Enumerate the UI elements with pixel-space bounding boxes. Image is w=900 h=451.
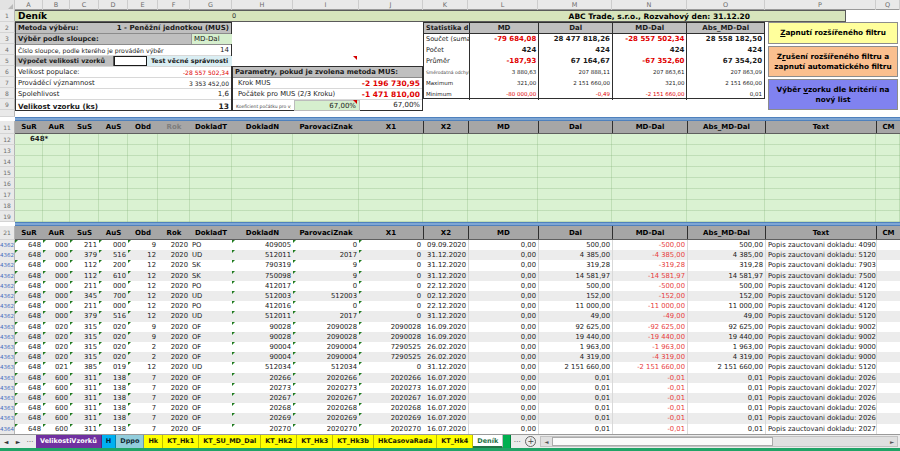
cell-Rok[interactable]: 2020 [158,332,190,342]
cell-DokladN[interactable]: 20270 [232,424,293,434]
cell-MDDal[interactable]: -2 151 660,00 [612,362,687,372]
cell-MDDal[interactable]: -4 385,00 [612,250,687,260]
cell-CM[interactable] [876,291,900,301]
cell-MDDal[interactable]: -49,00 [612,311,687,321]
cell-SuR[interactable]: 648 [15,383,43,393]
cell-Obd[interactable]: 12 [128,291,158,301]
metoda-row[interactable]: Metoda výběru: 1 - Peněžní jednotkou (MU… [16,23,231,34]
cancel-advanced-filter-button[interactable]: Zrušení rozšířeného filtru a zapnutí aut… [768,46,898,77]
cell-CM[interactable] [876,373,900,383]
scroll-tabs-left-icon[interactable]: ◄ [0,435,12,448]
cell-X1[interactable]: 0 [359,240,423,250]
row-number-43625[interactable]: 43625 [0,271,15,281]
col-header-MD-Dal[interactable]: MD-Dal [612,121,687,133]
cell-Rok[interactable]: 2020 [158,362,190,372]
cell-X1[interactable]: 2020270 [359,424,423,434]
cell-MD[interactable]: 0,00 [468,332,538,342]
row-number-16[interactable]: 16 [0,178,15,189]
row-number-12[interactable]: 12 [0,134,15,145]
cell-Rok[interactable]: 2020 [158,403,190,413]
cell-SuR[interactable]: 648 [15,373,43,383]
cell-X2[interactable]: 16.09.2020 [423,332,468,342]
cell-DokladT[interactable]: OF [190,424,232,434]
cell-DokladN[interactable]: 20273 [232,383,293,393]
cell-Obd[interactable]: 7 [128,383,158,393]
cell-SuS[interactable]: 311 [70,373,99,383]
cell-Dal[interactable]: 4 385,00 [538,250,612,260]
cell-Obd[interactable]: 12 [128,311,158,321]
cell-X2[interactable]: 26.02.2020 [423,342,468,352]
column-header-D[interactable]: D [99,0,128,10]
cell-CM[interactable] [876,240,900,250]
cell-Text[interactable]: Popis zauctovani dokladu: 20273 [765,383,876,393]
cell-X1[interactable]: 2090028 [359,322,423,332]
cislo-row[interactable]: Číslo sloupce, podle kterého je prováděn… [16,45,231,56]
cell-X1[interactable]: 0 [359,301,423,311]
cell-Abs[interactable]: 0,01 [687,403,765,413]
cell-Rok[interactable]: 2020 [158,250,190,260]
cell-SuS[interactable]: 112 [70,260,99,270]
col-header-DokladN[interactable]: DokladN [232,226,293,239]
cell-MDDal[interactable]: -1 963,00 [612,342,687,352]
test-spravnosti-cell[interactable]: Test věcné správnosti [147,56,232,66]
cell-Text[interactable]: Popis zauctovani dokladu: 512003 [765,291,876,301]
sheet-tab-Dppo[interactable]: Dppo [116,435,144,448]
col-header-AuS[interactable]: AuS [99,121,128,133]
scrollbar-right-icon[interactable]: ► [887,437,897,446]
sheet-tab-KT_Hk3b[interactable]: KT_Hk3b [333,435,374,448]
cell-AuS[interactable]: 019 [99,362,128,372]
row-number-6[interactable]: 6 [0,66,15,77]
cell-MD[interactable]: 0,00 [468,413,538,423]
stats-value[interactable]: 207 863,09 [686,67,764,78]
cell-MD[interactable]: 0,00 [468,322,538,332]
cell-Text[interactable]: Popis zauctovani dokladu: 412016 [765,301,876,311]
row-number-21[interactable]: 21 [0,226,15,240]
cell-SuS[interactable]: 345 [70,291,99,301]
cell-MD[interactable]: 0,00 [468,342,538,352]
h1-cell-value[interactable]: 0 [232,11,236,22]
cell-Rok[interactable]: 2020 [158,291,190,301]
stats-value[interactable]: 28 477 818,26 [538,34,612,45]
column-header-C[interactable]: C [70,0,99,10]
cell-X1[interactable]: 2020269 [359,413,423,423]
cell-Abs[interactable]: 49,00 [687,311,765,321]
cell-MD[interactable]: 0,00 [468,373,538,383]
cell-SuS[interactable]: 385 [70,362,99,372]
col-header-Obd[interactable]: Obd [128,121,158,133]
col-header-ParovaciZnak[interactable]: ParovaciZnak [293,121,359,133]
cell-Text[interactable]: Popis zauctovani dokladu: 412017 [765,281,876,291]
cell-DokladT[interactable]: PO [190,240,232,250]
cell-AuS[interactable]: 138 [99,393,128,403]
cell-MDDal[interactable]: -14 581,97 [612,271,687,281]
cell-X1[interactable]: 2020268 [359,403,423,413]
cell-DokladN[interactable]: 512011 [232,250,293,260]
cell-Text[interactable]: Popis zauctovani dokladu: 512011 [765,250,876,260]
cell-DokladT[interactable]: OF [190,413,232,423]
cell-AuR[interactable]: 000 [43,281,70,291]
cell-X1[interactable]: 0 [359,260,423,270]
cell-Text[interactable]: Popis zauctovani dokladu: 90028 [765,332,876,342]
cell-MD[interactable]: 0,00 [468,291,538,301]
cell-Obd[interactable]: 7 [128,393,158,403]
col-header-AuR[interactable]: AuR [43,226,70,239]
cell-MD[interactable]: 0,00 [468,260,538,270]
cell-Text[interactable]: Popis zauctovani dokladu: 512034 [765,362,876,372]
col-header-Dal[interactable]: Dal [538,121,612,133]
cell-Dal[interactable]: 4 319,00 [538,352,612,362]
col-header-Rok[interactable]: Rok [158,226,190,239]
cell-CM[interactable] [876,413,900,423]
stats-value[interactable]: 3 880,63 [469,67,539,78]
cell-Dal[interactable]: 0,01 [538,424,612,434]
cell-DokladT[interactable]: OF [190,383,232,393]
cell-MD[interactable]: 0,00 [468,424,538,434]
cell-MD[interactable]: 0,00 [468,393,538,403]
col-header-AuS[interactable]: AuS [99,226,128,239]
cell-X2[interactable]: 16.07.2020 [423,403,468,413]
cell-X2[interactable]: 09.09.2020 [423,240,468,250]
row-number-43631[interactable]: 43631 [0,332,15,342]
cell-MDDal[interactable]: -319,28 [612,260,687,270]
row-number-15[interactable]: 15 [0,167,15,178]
cell-DokladN[interactable]: 750098 [232,271,293,281]
cell-MDDal[interactable]: -500,00 [612,240,687,250]
row-number-43635[interactable]: 43635 [0,373,15,383]
